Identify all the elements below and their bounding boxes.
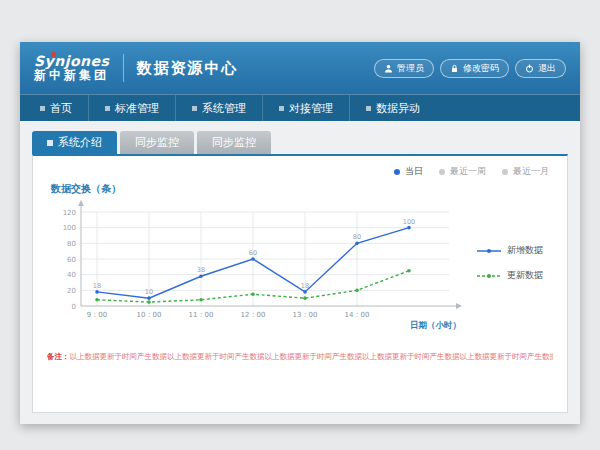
svg-text:9：00: 9：00 bbox=[87, 311, 107, 319]
filter-label: 当日 bbox=[405, 165, 423, 178]
nav-bullet-icon bbox=[366, 106, 371, 111]
tab-label: 系统介绍 bbox=[58, 135, 102, 150]
logo-wordmark: Synjones bbox=[34, 54, 109, 69]
svg-text:12：00: 12：00 bbox=[241, 311, 266, 319]
svg-text:10: 10 bbox=[145, 288, 153, 296]
nav-item-home[interactable]: 首页 bbox=[24, 95, 88, 121]
radio-dot-icon bbox=[439, 169, 445, 175]
chart-row: 0204060801001209：0010：0011：0012：0013：001… bbox=[47, 198, 553, 330]
page-title: 数据资源中心 bbox=[136, 59, 238, 78]
footnote-text: 以上数据更新于时间产生数据以上数据更新于时间产生数据以上数据更新于时间产生数据以… bbox=[70, 352, 554, 361]
tab-label: 同步监控 bbox=[135, 135, 179, 150]
svg-text:80: 80 bbox=[353, 233, 361, 241]
chart-panel: 当日 最近一周 最近一月 数据交换（条） 0204060801001209：00… bbox=[32, 154, 568, 413]
legend-new-data: 新增数据 bbox=[477, 244, 543, 257]
svg-text:38: 38 bbox=[197, 266, 205, 274]
filter-today[interactable]: 当日 bbox=[394, 165, 423, 178]
filter-label: 最近一月 bbox=[513, 165, 549, 178]
nav-item-system-mgmt[interactable]: 系统管理 bbox=[175, 95, 262, 121]
series-legend: 新增数据 更新数据 bbox=[477, 198, 543, 282]
legend-line-update-icon bbox=[477, 272, 501, 280]
logo-company-name: 新中新集团 bbox=[34, 69, 109, 82]
user-icon bbox=[384, 64, 393, 73]
nav-item-label: 首页 bbox=[50, 101, 72, 116]
time-range-filter: 当日 最近一周 最近一月 bbox=[394, 165, 549, 178]
lock-icon bbox=[450, 64, 459, 73]
legend-line-new-icon bbox=[477, 247, 501, 255]
app-window: Synjones 新中新集团 数据资源中心 管理员 修改密码 bbox=[20, 42, 580, 424]
user-button[interactable]: 管理员 bbox=[374, 59, 434, 78]
svg-text:60: 60 bbox=[249, 249, 257, 257]
change-password-label: 修改密码 bbox=[463, 62, 499, 75]
svg-text:100: 100 bbox=[403, 218, 415, 226]
tab-icon bbox=[47, 140, 53, 146]
nav-item-interface-mgmt[interactable]: 对接管理 bbox=[262, 95, 349, 121]
app-header: Synjones 新中新集团 数据资源中心 管理员 修改密码 bbox=[20, 42, 580, 94]
tab-sync-monitor-2[interactable]: 同步监控 bbox=[197, 131, 271, 154]
filter-last-week[interactable]: 最近一周 bbox=[439, 165, 486, 178]
filter-label: 最近一周 bbox=[450, 165, 486, 178]
radio-dot-icon bbox=[394, 169, 400, 175]
nav-item-label: 标准管理 bbox=[115, 101, 159, 116]
svg-text:14：00: 14：00 bbox=[345, 311, 370, 319]
svg-text:10：00: 10：00 bbox=[137, 311, 162, 319]
main-nav: 首页 标准管理 系统管理 对接管理 数据异动 bbox=[20, 94, 580, 121]
svg-text:0: 0 bbox=[72, 303, 76, 311]
nav-item-standard-mgmt[interactable]: 标准管理 bbox=[88, 95, 175, 121]
svg-text:100: 100 bbox=[63, 224, 76, 232]
legend-label: 新增数据 bbox=[507, 244, 543, 257]
svg-text:13：00: 13：00 bbox=[293, 311, 318, 319]
nav-item-label: 数据异动 bbox=[376, 101, 420, 116]
nav-bullet-icon bbox=[192, 106, 197, 111]
legend-update-data: 更新数据 bbox=[477, 269, 543, 282]
tab-label: 同步监控 bbox=[212, 135, 256, 150]
svg-text:18: 18 bbox=[301, 282, 309, 290]
legend-label: 更新数据 bbox=[507, 269, 543, 282]
svg-text:40: 40 bbox=[67, 271, 76, 279]
nav-item-data-change[interactable]: 数据异动 bbox=[349, 95, 436, 121]
nav-bullet-icon bbox=[40, 106, 45, 111]
svg-text:120: 120 bbox=[63, 209, 76, 217]
svg-text:11：00: 11：00 bbox=[189, 311, 214, 319]
logout-label: 退出 bbox=[538, 62, 556, 75]
svg-text:20: 20 bbox=[67, 287, 76, 295]
y-axis-title: 数据交换（条） bbox=[51, 182, 553, 196]
user-label: 管理员 bbox=[397, 62, 424, 75]
tab-sync-monitor-1[interactable]: 同步监控 bbox=[120, 131, 194, 154]
svg-text:日期（小时）: 日期（小时） bbox=[410, 320, 461, 330]
change-password-button[interactable]: 修改密码 bbox=[440, 59, 509, 78]
content-area: 系统介绍 同步监控 同步监控 当日 最近一周 bbox=[20, 121, 580, 424]
header-actions: 管理员 修改密码 退出 bbox=[374, 59, 566, 78]
svg-text:80: 80 bbox=[67, 240, 76, 248]
radio-dot-icon bbox=[502, 169, 508, 175]
tab-system-intro[interactable]: 系统介绍 bbox=[32, 131, 117, 154]
nav-item-label: 对接管理 bbox=[289, 101, 333, 116]
nav-item-label: 系统管理 bbox=[202, 101, 246, 116]
footnote-prefix: 备注： bbox=[47, 352, 70, 361]
logout-icon bbox=[525, 64, 534, 73]
nav-bullet-icon bbox=[105, 106, 110, 111]
data-exchange-line-chart: 0204060801001209：0010：0011：0012：0013：001… bbox=[47, 198, 477, 330]
logout-button[interactable]: 退出 bbox=[515, 59, 566, 78]
footnote: 备注：以上数据更新于时间产生数据以上数据更新于时间产生数据以上数据更新于时间产生… bbox=[47, 352, 553, 362]
nav-bullet-icon bbox=[279, 106, 284, 111]
header-divider bbox=[123, 54, 124, 82]
filter-last-month[interactable]: 最近一月 bbox=[502, 165, 549, 178]
desktop-background: { "colors": { "accent": "#2478b0", "line… bbox=[0, 0, 600, 450]
tab-bar: 系统介绍 同步监控 同步监控 bbox=[32, 131, 568, 154]
svg-text:18: 18 bbox=[93, 282, 101, 290]
company-logo: Synjones 新中新集团 bbox=[34, 54, 109, 81]
svg-text:60: 60 bbox=[67, 256, 76, 264]
